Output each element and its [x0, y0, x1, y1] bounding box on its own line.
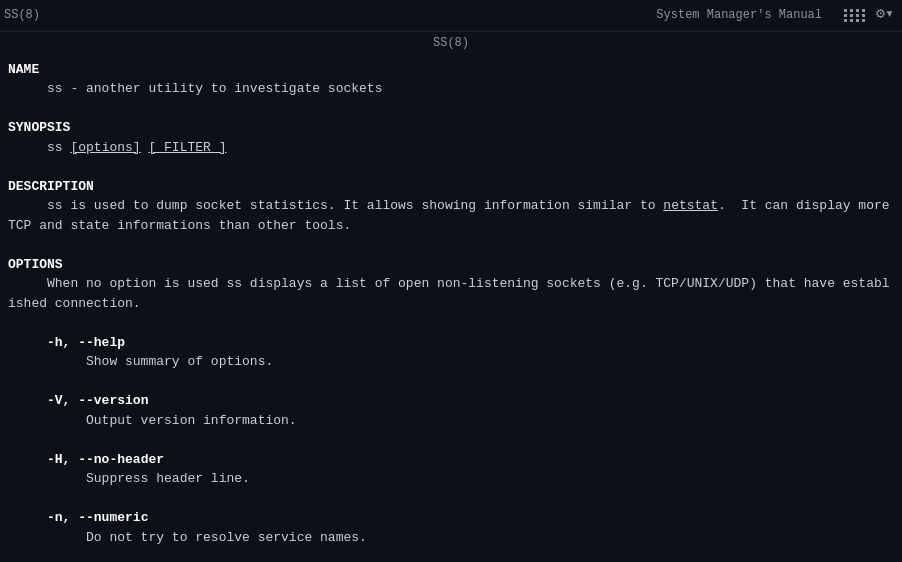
options-intro2: ished connection.: [8, 296, 141, 311]
synopsis-filter: [ FILTER ]: [148, 140, 226, 155]
option-n-flag: -n, --numeric: [47, 510, 148, 525]
option-v-desc: Output version information.: [86, 413, 297, 428]
header-center: SS(8): [433, 36, 469, 50]
synopsis-title: SYNOPSIS: [8, 120, 70, 135]
option-v-flag: -V, --version: [47, 393, 148, 408]
description-line1: ss is used to dump socket statistics. It…: [8, 198, 890, 213]
name-body: ss - another utility to investigate sock…: [8, 81, 382, 96]
netstat-link: netstat: [663, 198, 718, 213]
name-title: NAME: [8, 62, 39, 77]
header-right-title: System Manager's Manual: [656, 6, 822, 24]
description-title: DESCRIPTION: [8, 179, 94, 194]
description-line2: TCP and state informations than other to…: [8, 218, 351, 233]
options-title: OPTIONS: [8, 257, 63, 272]
option-h-flag: -h, --help: [47, 335, 125, 350]
header-icons: ⚙▾: [844, 4, 894, 27]
options-intro: When no option is used ss displays a lis…: [8, 276, 890, 291]
settings-icon[interactable]: ⚙▾: [876, 4, 894, 27]
option-n-desc: Do not try to resolve service names.: [86, 530, 367, 545]
synopsis-options: [options]: [70, 140, 140, 155]
grid-menu-icon[interactable]: [844, 9, 866, 22]
option-H-flag: -H, --no-header: [47, 452, 164, 467]
option-h-desc: Show summary of options.: [86, 354, 273, 369]
option-H-desc: Suppress header line.: [86, 471, 250, 486]
header-left: SS(8): [4, 6, 40, 24]
